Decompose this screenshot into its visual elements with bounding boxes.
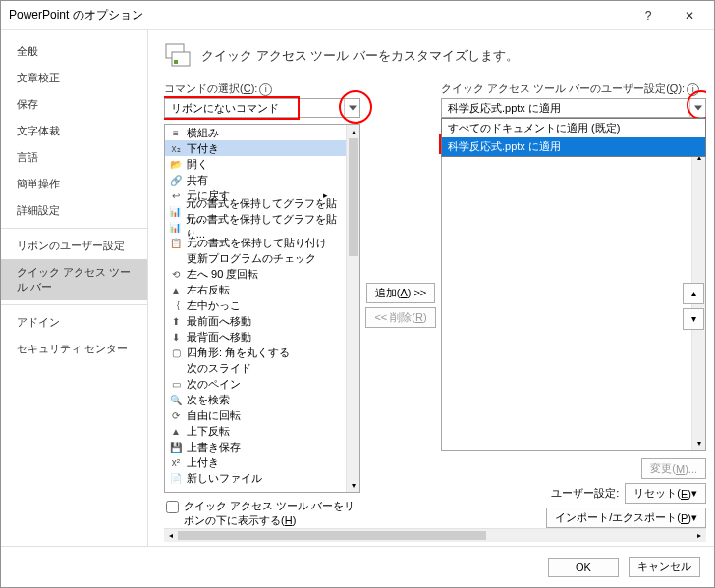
move-up-button[interactable]: ▴ — [683, 283, 704, 304]
sidebar-item[interactable]: 言語 — [1, 144, 147, 171]
command-icon: 📋 — [169, 236, 183, 249]
choose-commands-dropdown[interactable]: リボンにないコマンド — [164, 98, 360, 118]
modify-button[interactable]: 変更(M)... — [641, 458, 706, 479]
list-item[interactable]: ▭次のペイン — [165, 376, 346, 392]
command-icon: ▭ — [169, 377, 183, 391]
sidebar: 全般文章校正保存文字体裁言語簡単操作詳細設定 リボンのユーザー設定クイック アク… — [1, 30, 148, 546]
command-icon: ⬆ — [169, 314, 183, 328]
cancel-button[interactable]: キャンセル — [629, 557, 700, 577]
command-icon: 🔍 — [169, 393, 183, 406]
right-column: クイック アクセス ツール バーのユーザー設定(Q):i 科学反応式.pptx … — [441, 81, 706, 528]
command-icon: ▢ — [169, 346, 183, 359]
list-item[interactable]: 次のスライド — [165, 360, 346, 376]
dropdown-option[interactable]: 科学反応式.pptx に適用 — [442, 137, 705, 156]
list-item[interactable]: 📂開く — [165, 156, 346, 172]
footer: OK キャンセル — [1, 546, 714, 587]
left-column: コマンドの選択(C):i リボンにないコマンド ≡横組みx₂下付き📂開く🔗共有↩… — [164, 81, 360, 528]
command-label: 四角形: 角を丸くする — [187, 346, 290, 360]
add-button[interactable]: 追加(A) >> — [366, 283, 436, 303]
command-label: 新しいファイル — [187, 471, 262, 486]
customize-qat-dropdown[interactable]: 科学反応式.pptx に適用 — [441, 98, 706, 118]
list-item[interactable]: 🔍次を検索 — [165, 392, 346, 407]
list-item[interactable]: ⬆最前面へ移動 — [165, 313, 346, 329]
command-label: 次のスライド — [187, 361, 251, 376]
command-icon: 🔗 — [169, 173, 183, 187]
horizontal-scrollbar[interactable]: ◂ ▸ — [164, 528, 706, 542]
list-item[interactable]: 📋元の書式を保持して貼り付け — [165, 235, 346, 250]
command-icon: ↩ — [169, 188, 183, 202]
command-label: 自由に回転 — [187, 408, 241, 423]
command-label: 次を検索 — [187, 393, 230, 407]
checkbox-input[interactable] — [166, 501, 179, 513]
reset-button[interactable]: リセット(E) ▾ — [625, 483, 706, 504]
list-item[interactable]: 📄新しいファイル — [165, 470, 346, 486]
list-item[interactable]: x²上付き — [165, 454, 346, 470]
list-item[interactable]: ▲左右反転 — [165, 282, 346, 297]
command-label: 更新プログラムのチェック — [187, 251, 316, 266]
list-item[interactable]: ⟳自由に回転 — [165, 407, 346, 423]
close-button[interactable]: ✕ — [669, 1, 710, 29]
list-item[interactable]: ｛左中かっこ — [165, 297, 346, 313]
help-button[interactable]: ? — [628, 1, 669, 29]
sidebar-item[interactable]: 全般 — [1, 38, 147, 65]
ok-button[interactable]: OK — [548, 558, 619, 577]
command-label: 上書き保存 — [187, 440, 241, 454]
window-title: PowerPoint のオプション — [9, 7, 628, 24]
sidebar-item[interactable]: セキュリティ センター — [1, 336, 147, 362]
scrollbar[interactable]: ▴ ▾ — [346, 125, 359, 492]
sidebar-item[interactable]: アドイン — [1, 309, 147, 336]
sidebar-item[interactable]: 保存 — [1, 91, 147, 118]
sidebar-item[interactable]: クイック アクセス ツール バー — [1, 259, 147, 300]
command-icon: ▲ — [169, 424, 183, 438]
heading-text: クイック アクセス ツール バーをカスタマイズします。 — [201, 47, 519, 65]
list-item[interactable]: ≡横組み — [165, 125, 346, 140]
command-icon: 📄 — [169, 471, 183, 485]
list-item[interactable]: ▢四角形: 角を丸くする — [165, 345, 346, 360]
list-item[interactable]: 📊元の書式を保持してグラフを貼り... — [165, 219, 346, 235]
command-icon: 📂 — [169, 157, 183, 171]
command-label: 左右反転 — [187, 283, 230, 297]
command-label: 左中かっこ — [187, 298, 241, 313]
sidebar-item[interactable]: 文字体裁 — [1, 118, 147, 144]
command-icon: x₂ — [169, 141, 183, 155]
list-item[interactable]: x₂下付き — [165, 140, 346, 156]
show-below-ribbon-checkbox[interactable]: クイック アクセス ツール バーをリボンの下に表示する(H) — [164, 499, 360, 528]
list-item[interactable]: ▲上下反転 — [165, 423, 346, 439]
command-icon: 📊 — [169, 204, 182, 218]
sidebar-item[interactable]: 詳細設定 — [1, 197, 147, 224]
remove-button[interactable]: << 削除(R) — [365, 307, 435, 328]
list-item[interactable]: 更新プログラムのチェック — [165, 250, 346, 266]
move-down-button[interactable]: ▾ — [683, 308, 704, 330]
list-item[interactable]: ⬇最背面へ移動 — [165, 329, 346, 345]
sidebar-separator — [1, 304, 147, 305]
import-export-button[interactable]: インポート/エクスポート(P) ▾ — [546, 508, 706, 528]
info-icon[interactable]: i — [687, 83, 699, 96]
sidebar-item[interactable]: リボンのユーザー設定 — [1, 233, 147, 259]
list-item[interactable]: 💾上書き保存 — [165, 439, 346, 454]
sidebar-item[interactable]: 文章校正 — [1, 65, 147, 91]
sidebar-separator — [1, 228, 147, 229]
command-icon: ≡ — [169, 126, 183, 139]
list-item[interactable]: 🔗共有 — [165, 172, 346, 187]
command-label: 左へ 90 度回転 — [187, 267, 258, 282]
command-icon: x² — [169, 455, 183, 469]
qat-icon — [164, 42, 192, 70]
command-icon: ⬇ — [169, 330, 183, 344]
command-label: 共有 — [187, 173, 208, 187]
info-icon[interactable]: i — [259, 83, 272, 96]
dropdown-option[interactable]: すべてのドキュメントに適用 (既定) — [442, 119, 705, 137]
list-item[interactable]: ⟲左へ 90 度回転 — [165, 266, 346, 282]
main-panel: クイック アクセス ツール バーをカスタマイズします。 コマンドの選択(C):i… — [148, 30, 714, 546]
options-dialog: PowerPoint のオプション ? ✕ 全般文章校正保存文字体裁言語簡単操作… — [0, 0, 715, 588]
qat-list[interactable]: ▴ ▾ — [441, 149, 706, 451]
dialog-body: 全般文章校正保存文字体裁言語簡単操作詳細設定 リボンのユーザー設定クイック アク… — [1, 30, 714, 546]
command-label: 横組み — [187, 126, 219, 140]
dropdown-menu[interactable]: すべてのドキュメントに適用 (既定)科学反応式.pptx に適用 — [441, 118, 706, 157]
command-label: 開く — [187, 157, 208, 172]
scrollbar-thumb[interactable] — [349, 138, 358, 256]
commands-list[interactable]: ≡横組みx₂下付き📂開く🔗共有↩元に戻す▸📊元の書式を保持してグラフを貼り...… — [164, 124, 360, 493]
sidebar-item[interactable]: 簡単操作 — [1, 171, 147, 197]
choose-commands-label: コマンドの選択(C):i — [164, 81, 360, 96]
command-icon: ｛ — [169, 298, 183, 312]
customize-qat-label: クイック アクセス ツール バーのユーザー設定(Q):i — [441, 81, 706, 96]
